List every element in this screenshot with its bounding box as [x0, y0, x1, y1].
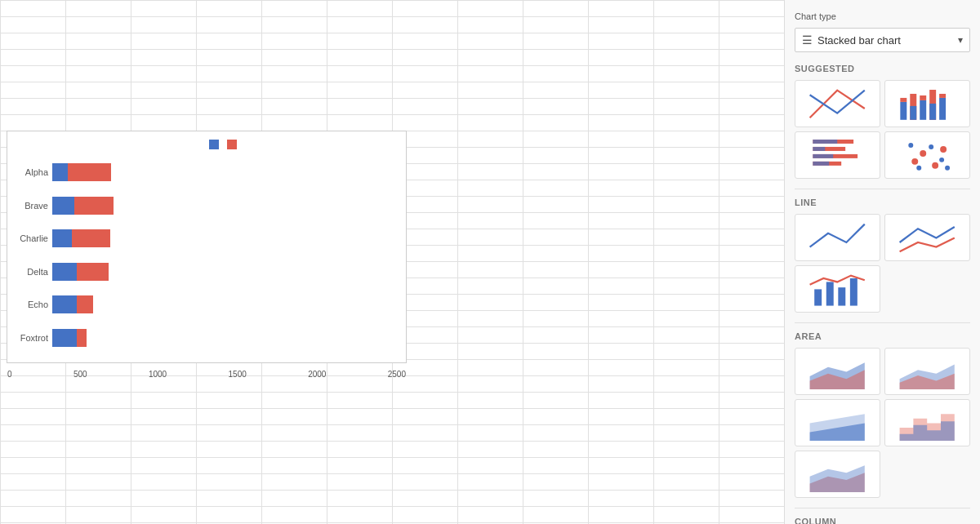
chart-container: AlphaBraveCharlieDeltaEchoFoxtrot 050010… [7, 131, 407, 363]
legend-dot-blue [209, 140, 219, 149]
svg-rect-29 [839, 287, 846, 305]
line-chart-grid [795, 214, 970, 313]
section-line: Line [795, 198, 970, 207]
section-area: Area [795, 331, 970, 341]
x-axis-label: 1000 [149, 370, 167, 379]
svg-point-20 [932, 162, 938, 168]
bar-segment-red [68, 163, 111, 181]
bar-row-label: Foxtrot [11, 333, 48, 343]
bar-segment-red [77, 263, 109, 281]
thumb-area-2[interactable] [884, 348, 970, 395]
svg-rect-5 [920, 95, 927, 100]
legend-dot-red [227, 140, 237, 149]
bar-stack [52, 329, 87, 347]
svg-point-24 [929, 144, 933, 149]
bar-segment-blue [52, 229, 72, 247]
svg-rect-17 [813, 161, 830, 165]
bar-row: Echo [52, 293, 394, 316]
thumb-area-step[interactable] [884, 399, 970, 446]
legend-item-blue [209, 140, 219, 149]
thumb-area-stacked[interactable] [795, 451, 880, 498]
stacked-bar-icon: ☰ [802, 33, 813, 47]
svg-point-19 [920, 150, 927, 157]
svg-rect-1 [901, 98, 907, 102]
bar-row-label: Charlie [11, 233, 48, 243]
x-axis-label: 1500 [229, 370, 247, 379]
svg-rect-0 [901, 102, 907, 120]
svg-rect-7 [929, 103, 936, 119]
svg-point-23 [917, 165, 922, 170]
bar-row-label: Brave [11, 201, 48, 211]
separator-3 [795, 508, 970, 508]
bar-segment-red [77, 329, 87, 347]
thumb-line-column-combo[interactable] [795, 265, 880, 313]
svg-rect-13 [813, 147, 826, 151]
thumb-column[interactable] [884, 80, 970, 127]
legend-item-red [227, 140, 237, 149]
bar-segment-red [74, 197, 114, 215]
svg-point-26 [945, 165, 950, 170]
x-axis-label: 500 [74, 370, 87, 379]
svg-rect-9 [939, 94, 946, 98]
svg-marker-40 [810, 465, 865, 493]
bar-segment-blue [52, 329, 77, 347]
bar-segment-blue [52, 197, 74, 215]
section-column: Column [795, 517, 970, 524]
section-suggested: SUGGESTED [795, 64, 970, 73]
svg-point-22 [909, 143, 914, 148]
bar-row: Delta [52, 260, 394, 283]
svg-rect-8 [939, 98, 946, 120]
thumb-hbar[interactable] [795, 131, 880, 179]
chart-type-dropdown[interactable]: ☰ Stacked bar chart ▾ [795, 28, 970, 52]
thumb-line-smooth[interactable] [795, 214, 880, 261]
svg-rect-27 [814, 289, 822, 305]
svg-point-21 [940, 146, 947, 153]
suggested-chart-grid [795, 80, 970, 179]
separator-1 [795, 189, 970, 189]
svg-rect-30 [850, 278, 858, 306]
x-axis-label: 2500 [388, 370, 406, 379]
thumb-area-3[interactable] [795, 399, 880, 446]
chart-legend [52, 140, 394, 149]
bar-stack [52, 263, 109, 281]
x-axis: 05001000150020002500 [7, 370, 406, 379]
bar-segment-red [72, 229, 110, 247]
bar-chart: AlphaBraveCharlieDeltaEchoFoxtrot [52, 156, 394, 354]
bar-segment-red [77, 295, 93, 313]
bar-stack [52, 163, 111, 181]
sidebar-panel: Chart type ☰ Stacked bar chart ▾ SUGGEST… [784, 0, 980, 524]
dropdown-arrow-icon: ▾ [958, 34, 963, 46]
bar-row: Charlie [52, 227, 394, 250]
separator-2 [795, 322, 970, 323]
thumb-area-1[interactable] [795, 348, 880, 395]
bar-row: Foxtrot [52, 326, 394, 349]
svg-rect-4 [920, 100, 927, 120]
bar-stack [52, 197, 114, 215]
x-axis-label: 0 [7, 370, 12, 379]
svg-point-25 [939, 157, 944, 162]
bar-row: Brave [52, 194, 394, 217]
bar-row-label: Delta [11, 267, 48, 277]
spreadsheet-area: // Draw grid lines via JS after load Alp… [0, 0, 784, 524]
bar-row-label: Alpha [11, 167, 48, 177]
bar-segment-blue [52, 263, 77, 281]
bar-segment-blue [52, 295, 77, 313]
svg-rect-11 [813, 140, 838, 144]
svg-rect-3 [911, 105, 917, 119]
bar-row: Alpha [52, 161, 394, 184]
chart-type-selected: Stacked bar chart [817, 34, 901, 47]
bar-stack [52, 295, 93, 313]
bar-segment-blue [52, 163, 68, 181]
area-chart-grid [795, 348, 970, 498]
bar-row-label: Echo [11, 300, 48, 309]
bar-stack [52, 229, 110, 247]
dropdown-left: ☰ Stacked bar chart [802, 33, 901, 47]
thumb-line-cross[interactable] [795, 80, 880, 127]
thumb-scatter[interactable] [884, 131, 970, 179]
svg-point-18 [912, 158, 919, 164]
svg-rect-15 [813, 153, 834, 158]
svg-rect-28 [826, 282, 834, 305]
x-axis-label: 2000 [308, 370, 326, 379]
chart-type-label: Chart type [795, 11, 970, 21]
thumb-line-multi[interactable] [884, 214, 970, 261]
